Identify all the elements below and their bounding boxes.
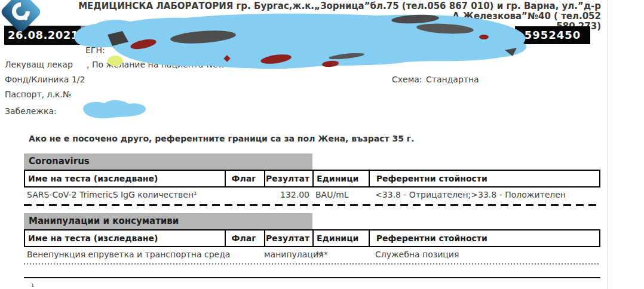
section-band: Манипулации и консумативи [24, 213, 312, 229]
dashed-separator [24, 204, 600, 206]
redaction-scribble-note [78, 98, 152, 123]
col-header-reference: Референтни стойности [369, 171, 599, 186]
col-header-reference: Референтни стойности [369, 230, 599, 246]
col-header-result: Резултат [264, 171, 312, 186]
page-edge-divider [608, 0, 608, 289]
section-title: Coronavirus [24, 153, 312, 170]
scheme-label: Схема: [392, 75, 422, 84]
doctor-label: Лекуващ лекар [5, 60, 73, 69]
patient-age-sex: (Ж, 35 г.) [239, 26, 298, 45]
egn-label: ЕГН: [85, 45, 105, 55]
col-header-result: Резултат [264, 230, 312, 246]
lab-logo-icon [1, 0, 41, 35]
results-table-manipulations: Манипулации и консумативи Име на теста (… [24, 213, 600, 265]
passport-label: Паспорт, л.к.№ [5, 90, 71, 99]
scheme-value: Стандартна [426, 75, 479, 84]
section-title: Манипулации и консумативи [24, 213, 312, 229]
results-table-coronavirus: Coronavirus Име на теста (изследване) Фл… [24, 153, 600, 206]
table-row: Венепункция епруветка и транспортна сред… [24, 247, 600, 263]
cell-test-name: SARS-CoV-2 TrimericS IgG количествен¹ [24, 187, 224, 203]
doctor-value: , По желание на пациента-New- [87, 60, 228, 69]
result-id-value: 5952450 [525, 29, 581, 41]
result-id-box: 5952450 [515, 26, 590, 44]
table-header-row: Име на теста (изследване) Флаг Резултат … [24, 229, 600, 247]
col-header-flag: Флаг [225, 171, 265, 186]
cell-units: *** [312, 247, 369, 263]
table-row: SARS-CoV-2 TrimericS IgG количествен¹ 13… [24, 187, 600, 203]
col-header-flag: Флаг [225, 230, 265, 246]
footnote-marker: ¹ [31, 282, 34, 289]
table-header-row: Име на теста (изследване) Флаг Резултат … [24, 170, 600, 187]
cell-flag [224, 187, 264, 203]
col-header-units: Единици [312, 171, 369, 186]
external-id-note: дм [505, 45, 517, 55]
cell-reference: <33.8 - Отрицателен;>33.8 - Положителен [369, 187, 600, 203]
col-header-test-name: Име на теста (изследване) [25, 171, 225, 186]
external-id-label: Външен ID [448, 45, 495, 55]
col-header-units: Единици [312, 230, 369, 246]
cell-reference: Служебна позиция [369, 247, 600, 263]
cell-result: 132.00 [264, 187, 312, 203]
fund-clinic-label: Фонд/Клиника 1/2 [5, 75, 85, 84]
footnote-divider [24, 277, 600, 278]
section-band: Coronavirus [24, 153, 312, 170]
cell-result: манипулация [264, 247, 312, 263]
cell-test-name: Венепункция епруветка и транспортна сред… [24, 247, 224, 263]
note-label: Забележка: [5, 106, 57, 116]
cell-units: BAU/mL [312, 187, 369, 203]
cell-flag [224, 247, 264, 263]
id-label: ID [499, 28, 511, 40]
reference-note: Ако не е посочено друго, референтните гр… [29, 134, 415, 143]
col-header-test-name: Име на теста (изследване) [25, 230, 225, 246]
lab-title-line1: МЕДИЦИНСКА ЛАБОРАТОРИЯ гр. Бургас,ж.к.„З… [42, 1, 601, 21]
patient-name-bar: (Ж, 35 г.) [81, 26, 494, 45]
dotted-separator [24, 263, 600, 265]
